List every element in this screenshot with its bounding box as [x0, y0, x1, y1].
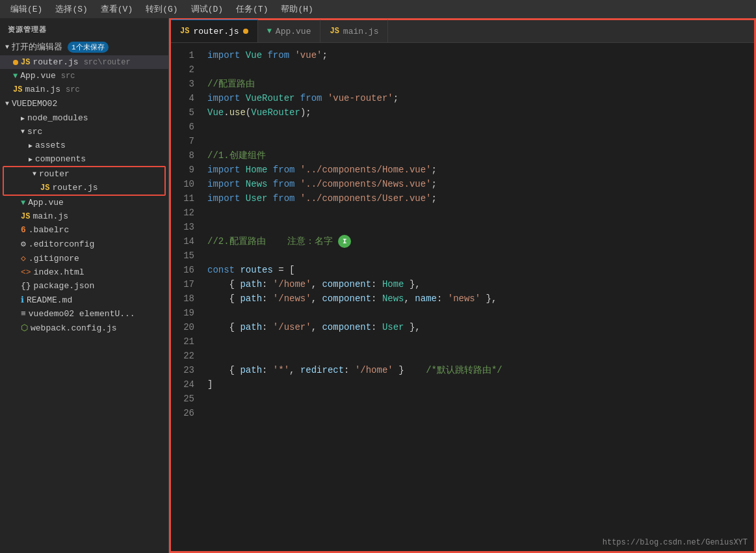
app-vue-label: App.vue — [28, 198, 64, 208]
tab-main-js[interactable]: JS main.js — [320, 20, 388, 42]
vuedemo-element-label: vuedemo02 elementU... — [29, 309, 135, 319]
src-chevron — [21, 128, 25, 135]
tabs-bar: JS router.js ▼ App.vue JS main.js — [171, 20, 754, 43]
components-label: components — [35, 154, 86, 164]
editor-area: JS router.js ▼ App.vue JS main.js 12345 … — [169, 18, 756, 553]
readme-label: README.md — [27, 295, 72, 305]
file-gitignore[interactable]: ◇ .gitignore — [0, 251, 168, 265]
menu-select[interactable]: 选择(S) — [50, 2, 92, 16]
tab-router-label: router.js — [193, 27, 239, 36]
js-icon-main: JS — [13, 85, 22, 94]
file-router-js[interactable]: JS router.js — [4, 181, 164, 195]
json-icon: {} — [21, 281, 31, 291]
folder-node-modules[interactable]: node_modules — [0, 111, 168, 125]
readme-icon: ℹ — [21, 295, 24, 305]
router-chevron — [33, 170, 36, 178]
tab-app-label: App.vue — [276, 27, 311, 36]
tab-router-js[interactable]: JS router.js — [171, 20, 258, 42]
file-editorconfig[interactable]: ⚙ .editorconfig — [0, 237, 168, 251]
menu-help[interactable]: 帮助(H) — [276, 2, 318, 16]
webpack-icon: ⬡ — [21, 323, 28, 333]
components-chevron — [29, 155, 33, 163]
menu-tasks[interactable]: 任务(T) — [231, 2, 273, 16]
open-editors-label: 打开的编辑器 — [12, 41, 62, 53]
menu-goto[interactable]: 转到(G) — [140, 2, 183, 16]
open-file-router-path: src\router — [84, 58, 131, 67]
node-modules-chevron — [21, 115, 25, 122]
open-editors-header[interactable]: 打开的编辑器 1个未保存 — [0, 38, 168, 55]
app-vue-icon: ▼ — [21, 198, 25, 208]
tab-router-icon: JS — [180, 27, 189, 36]
folder-router[interactable]: router — [4, 167, 164, 181]
html-icon: <> — [21, 267, 31, 277]
file-package-json[interactable]: {} package.json — [0, 279, 168, 293]
file-babelrc[interactable]: 6 .babelrc — [0, 223, 168, 237]
babelrc-icon: 6 — [21, 225, 26, 235]
router-js-label: router.js — [52, 183, 98, 193]
project-chevron — [5, 100, 9, 107]
js-icon: JS — [21, 58, 30, 67]
folder-src[interactable]: src — [0, 125, 168, 139]
tab-main-icon: JS — [330, 27, 339, 36]
package-json-label: package.json — [34, 281, 95, 291]
router-highlight-box: router JS router.js — [3, 166, 166, 196]
gitignore-label: .gitignore — [29, 254, 79, 263]
open-file-app[interactable]: ▼ App.vue src — [0, 69, 168, 83]
main-js-label: main.js — [33, 211, 68, 221]
file-main-js[interactable]: JS main.js — [0, 209, 168, 223]
menu-view[interactable]: 查看(V) — [96, 2, 138, 16]
project-name: VUEDEMO02 — [12, 99, 57, 109]
open-file-main[interactable]: JS main.js src — [0, 83, 168, 96]
editor-content[interactable]: 12345 678910 1112131415 1617181920 21222… — [171, 43, 754, 551]
router-js-icon: JS — [40, 183, 49, 193]
file-app-vue[interactable]: ▼ App.vue — [0, 196, 168, 209]
line-numbers: 12345 678910 1112131415 1617181920 21222… — [171, 43, 202, 551]
src-label: src — [27, 127, 42, 137]
file-vuedemo-element[interactable]: ≡ vuedemo02 elementU... — [0, 307, 168, 321]
menubar: 编辑(E) 选择(S) 查看(V) 转到(G) 调试(D) 任务(T) 帮助(H… — [0, 0, 756, 18]
index-html-label: index.html — [34, 267, 85, 277]
modified-dot — [13, 60, 18, 65]
open-file-app-name: App.vue — [20, 71, 56, 81]
folder-components[interactable]: components — [0, 152, 168, 166]
open-file-main-name: main.js — [25, 85, 60, 94]
folder-assets[interactable]: assets — [0, 139, 168, 152]
open-file-router-name: router.js — [33, 57, 78, 67]
editorconfig-icon: ⚙ — [21, 239, 26, 249]
file-index-html[interactable]: <> index.html — [0, 265, 168, 279]
router-folder-label: router — [39, 169, 70, 179]
main-layout: 资源管理器 打开的编辑器 1个未保存 JS router.js src\rout… — [0, 18, 756, 553]
vue-icon: ▼ — [13, 72, 18, 81]
webpack-config-label: webpack.config.js — [31, 323, 117, 333]
babelrc-label: .babelrc — [29, 225, 69, 235]
code-body[interactable]: import Vue from 'vue'; //配置路由 import Vue… — [202, 43, 754, 551]
project-header[interactable]: VUEDEMO02 — [0, 96, 168, 111]
open-editors-badge: 1个未保存 — [68, 42, 109, 53]
open-editors-chevron — [5, 44, 9, 51]
tab-router-modified — [243, 29, 248, 34]
node-modules-label: node_modules — [27, 113, 88, 123]
sidebar-title: 资源管理器 — [0, 18, 168, 38]
assets-chevron — [29, 142, 33, 150]
element-icon: ≡ — [21, 309, 26, 319]
assets-label: assets — [35, 141, 66, 150]
tab-main-label: main.js — [343, 27, 379, 36]
main-js-icon: JS — [21, 212, 30, 221]
open-file-router[interactable]: JS router.js src\router — [0, 55, 168, 69]
menu-debug[interactable]: 调试(D) — [186, 2, 228, 16]
open-file-app-path: src — [61, 72, 75, 81]
file-readme[interactable]: ℹ README.md — [0, 293, 168, 307]
gitignore-icon: ◇ — [21, 253, 26, 263]
sidebar: 资源管理器 打开的编辑器 1个未保存 JS router.js src\rout… — [0, 18, 169, 553]
tab-app-vue[interactable]: ▼ App.vue — [258, 20, 321, 42]
file-webpack-config[interactable]: ⬡ webpack.config.js — [0, 321, 168, 335]
open-file-main-path: src — [66, 85, 80, 94]
menu-edit[interactable]: 编辑(E) — [5, 2, 47, 16]
editorconfig-label: .editorconfig — [29, 239, 94, 249]
tab-app-icon: ▼ — [267, 27, 272, 36]
watermark: https://blog.csdn.net/GeniusXYT — [603, 538, 748, 547]
